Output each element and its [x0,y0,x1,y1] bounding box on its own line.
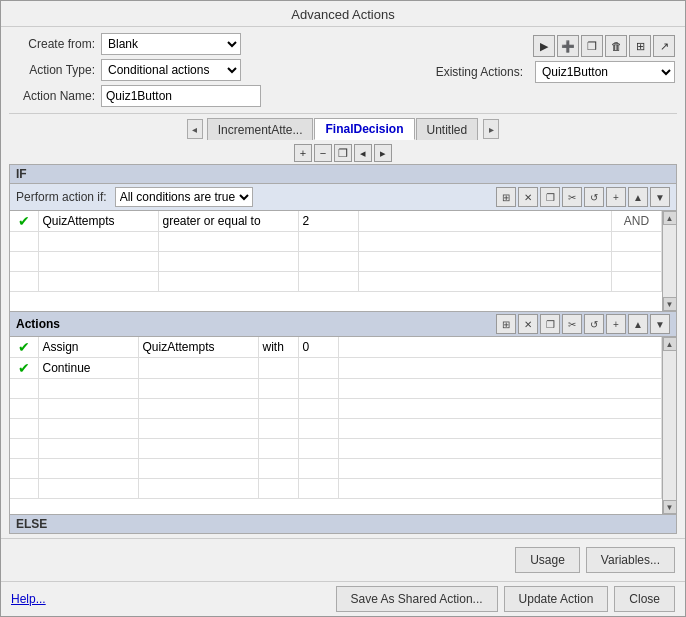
action-type-label: Action Type: [11,63,101,77]
action-target-2 [138,358,258,379]
condition-check-1: ✔ [18,213,30,229]
action-value-1[interactable]: 0 [298,337,338,358]
action-row-3 [10,379,662,399]
action-row-7 [10,459,662,479]
act-add-row-btn[interactable]: ⊞ [496,314,516,334]
tab-nav-next[interactable]: ▸ [483,119,499,139]
if-up-btn[interactable]: ▲ [628,187,648,207]
perform-select[interactable]: All conditions are true [115,187,253,207]
action-target-1[interactable]: QuizAttempts [138,337,258,358]
variables-button[interactable]: Variables... [586,547,675,573]
title-text: Advanced Actions [291,7,394,22]
action-check-1: ✔ [18,339,30,355]
if-refresh-btn[interactable]: ↺ [584,187,604,207]
main-window: Advanced Actions Create from: Blank Acti… [0,0,686,617]
actions-scroll-track[interactable] [663,351,676,500]
tab-nav-prev[interactable]: ◂ [187,119,203,139]
if-section: IF Perform action if: All conditions are… [10,165,676,311]
condition-scroll-track[interactable] [663,225,676,297]
play-icon-btn[interactable]: ▶ [533,35,555,57]
if-delete-row-btn[interactable]: ✕ [518,187,538,207]
if-add-row-btn[interactable]: ⊞ [496,187,516,207]
actions-scrollbar[interactable]: ▲ ▼ [662,337,676,514]
action-name-1[interactable]: Assign [38,337,138,358]
act-delete-btn[interactable]: ✕ [518,314,538,334]
if-down-btn[interactable]: ▼ [650,187,670,207]
perform-if-row: Perform action if: All conditions are tr… [10,184,676,211]
main-panel: IF Perform action if: All conditions are… [9,164,677,534]
action-row-8 [10,479,662,499]
action-type-select[interactable]: Conditional actions [101,59,241,81]
action-with-1: with [258,337,298,358]
tabs-container: IncrementAtte... FinalDecision Untitled [207,118,479,140]
condition-table: ✔ QuizAttempts greater or equal to 2 AND [10,211,662,292]
action-check-2: ✔ [18,360,30,376]
condition-row-4 [10,272,662,292]
add-icon-btn[interactable]: ➕ [557,35,579,57]
act-cut-btn[interactable]: ✂ [562,314,582,334]
condition-name-1[interactable]: QuizAttempts [38,211,158,232]
else-header: ELSE [10,514,676,533]
condition-extra-1 [358,211,612,232]
footer-buttons: Save As Shared Action... Update Action C… [336,586,676,612]
act-refresh-btn[interactable]: ↺ [584,314,604,334]
condition-row-2 [10,232,662,252]
close-button[interactable]: Close [614,586,675,612]
actions-scroll-up[interactable]: ▲ [663,337,677,351]
condition-operator-1[interactable]: greater or equal to [158,211,298,232]
footer-bar: Help... Save As Shared Action... Update … [1,581,685,616]
condition-value-1[interactable]: 2 [298,211,358,232]
bottom-bar: Usage Variables... [1,538,685,581]
condition-row-1: ✔ QuizAttempts greater or equal to 2 AND [10,211,662,232]
export-icon-btn[interactable]: ↗ [653,35,675,57]
condition-scroll-down[interactable]: ▼ [663,297,677,311]
action-name-label: Action Name: [11,89,101,103]
update-action-button[interactable]: Update Action [504,586,609,612]
tab-incrementatte[interactable]: IncrementAtte... [207,118,314,140]
act-down-btn[interactable]: ▼ [650,314,670,334]
condition-table-container: ✔ QuizAttempts greater or equal to 2 AND [10,211,676,311]
create-from-label: Create from: [11,37,101,51]
actions-table: ✔ Assign QuizAttempts with 0 ✔ Continue [10,337,662,499]
perform-label: Perform action if: [16,190,107,204]
actions-section: Actions ⊞ ✕ ❐ ✂ ↺ + ▲ ▼ [10,311,676,533]
create-from-select[interactable]: Blank [101,33,241,55]
grid-icon-btn[interactable]: ⊞ [629,35,651,57]
act-addrow2-btn[interactable]: + [606,314,626,334]
tab-duplicate-btn[interactable]: ❐ [334,144,352,162]
help-link[interactable]: Help... [11,592,46,606]
existing-actions-label: Existing Actions: [436,65,523,79]
action-name-input[interactable]: Quiz1Button [101,85,261,107]
save-as-shared-button[interactable]: Save As Shared Action... [336,586,498,612]
actions-scroll-down[interactable]: ▼ [663,500,677,514]
if-header: IF [10,165,676,184]
tab-finaldecision[interactable]: FinalDecision [314,118,414,140]
tab-actions-bar: + − ❐ ◂ ▸ [294,142,392,164]
existing-actions-select[interactable]: Quiz1Button [535,61,675,83]
usage-button[interactable]: Usage [515,547,580,573]
window-title: Advanced Actions [1,1,685,27]
delete-icon-btn[interactable]: 🗑 [605,35,627,57]
act-up-btn[interactable]: ▲ [628,314,648,334]
if-copy-btn[interactable]: ❐ [540,187,560,207]
act-copy-btn[interactable]: ❐ [540,314,560,334]
tab-untitled[interactable]: Untitled [416,118,479,140]
copy-icon-btn[interactable]: ❐ [581,35,603,57]
condition-scrollbar[interactable]: ▲ ▼ [662,211,676,311]
actions-icon-group: ⊞ ✕ ❐ ✂ ↺ + ▲ ▼ [496,314,670,334]
action-row-4 [10,399,662,419]
if-addrow2-btn[interactable]: + [606,187,626,207]
action-row-6 [10,439,662,459]
tab-next-btn[interactable]: ▸ [374,144,392,162]
tab-prev-btn[interactable]: ◂ [354,144,372,162]
if-icon-group: ⊞ ✕ ❐ ✂ ↺ + ▲ ▼ [496,187,670,207]
actions-table-container: ✔ Assign QuizAttempts with 0 ✔ Continue [10,337,676,514]
condition-scroll-up[interactable]: ▲ [663,211,677,225]
tab-remove-btn[interactable]: − [314,144,332,162]
action-name-2[interactable]: Continue [38,358,138,379]
actions-header-row: Actions ⊞ ✕ ❐ ✂ ↺ + ▲ ▼ [10,311,676,337]
action-row-2: ✔ Continue [10,358,662,379]
if-cut-btn[interactable]: ✂ [562,187,582,207]
actions-header: Actions [16,317,60,331]
tab-add-btn[interactable]: + [294,144,312,162]
